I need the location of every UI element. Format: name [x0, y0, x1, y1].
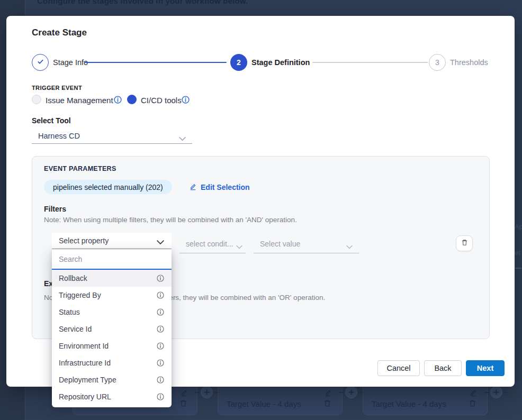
connector-dash	[484, 392, 489, 393]
menu-item-triggered-by[interactable]: Triggered By	[52, 287, 172, 304]
trash-icon	[468, 399, 477, 408]
info-icon[interactable]	[157, 393, 164, 400]
step-number: 2	[237, 58, 241, 67]
condition-select[interactable]: select condit...	[179, 236, 246, 253]
radio-issue-management-label[interactable]: Issue Management	[46, 96, 113, 105]
info-icon[interactable]	[157, 342, 164, 350]
info-icon[interactable]	[157, 325, 164, 333]
menu-item-repository-url[interactable]: Repository URL	[52, 388, 172, 405]
menu-item-rollback[interactable]: Rollback	[52, 270, 172, 287]
info-icon[interactable]	[157, 376, 164, 384]
trigger-event-label: TRIGGER EVENT	[32, 85, 82, 91]
step-stage-definition-label: Stage Definition	[251, 58, 310, 67]
plus-icon	[490, 386, 502, 398]
event-parameters-panel: EVENT PARAMETERS pipelines selected manu…	[32, 156, 490, 339]
value-select-placeholder: Select value	[260, 240, 300, 248]
radio-cicd-tools[interactable]	[127, 95, 137, 104]
connector-dash	[503, 392, 508, 393]
tool-select[interactable]: Harness CD	[32, 129, 192, 144]
menu-item-infrastructure-id[interactable]: Infrastructure Id	[52, 354, 172, 371]
event-parameters-heading: EVENT PARAMETERS	[44, 165, 116, 172]
menu-item-label: Environment Id	[59, 342, 109, 350]
stepper-connector-complete	[85, 62, 227, 63]
filters-heading: Filters	[44, 205, 66, 213]
menu-item-label: Infrastructure Id	[59, 359, 111, 367]
select-tool-label: Select Tool	[32, 116, 71, 125]
trash-icon	[179, 399, 188, 408]
trash-icon	[461, 239, 469, 249]
create-stage-modal: Create Stage Stage Info 2 Stage Definiti…	[6, 16, 515, 387]
info-icon[interactable]	[157, 291, 164, 299]
background-card-label: Target Value - 4 days	[227, 399, 301, 408]
edit-icon	[469, 388, 478, 397]
step-stage-info-label: Stage Info	[53, 58, 88, 67]
step-stage-definition-indicator[interactable]: 2	[230, 54, 247, 71]
background-text-fragment: et	[515, 249, 520, 257]
step-thresholds-label: Thresholds	[450, 58, 488, 67]
property-dropdown-menu: Rollback Triggered By Status Service Id …	[52, 249, 172, 407]
chevron-down-icon	[179, 134, 186, 143]
info-icon[interactable]	[182, 96, 190, 104]
connector-dash	[515, 268, 521, 269]
background-page-heading: Configure the stages involved in your wo…	[37, 0, 248, 5]
menu-item-deployment-type[interactable]: Deployment Type	[52, 371, 172, 388]
search-input[interactable]	[52, 255, 172, 263]
step-stage-info-indicator[interactable]	[32, 54, 49, 71]
menu-item-label: Rollback	[59, 274, 87, 282]
chevron-down-icon	[346, 242, 353, 251]
chevron-down-icon	[236, 242, 242, 251]
cancel-button[interactable]: Cancel	[377, 360, 420, 376]
menu-item-label: Triggered By	[59, 291, 101, 299]
modal-title: Create Stage	[32, 28, 87, 38]
menu-item-label: Service Id	[59, 325, 92, 333]
connector-dash	[339, 392, 344, 393]
tool-select-value: Harness CD	[38, 132, 80, 140]
connector-dash	[358, 392, 363, 393]
menu-item-label: Status	[59, 308, 80, 316]
info-icon[interactable]	[157, 308, 164, 316]
info-icon[interactable]	[114, 96, 122, 104]
back-button[interactable]: Back	[424, 360, 462, 376]
check-icon	[37, 58, 44, 67]
menu-item-status[interactable]: Status	[52, 304, 172, 321]
selection-badge: pipelines selected manually (202)	[44, 180, 172, 194]
info-icon[interactable]	[157, 359, 164, 367]
condition-select-placeholder: select condit...	[186, 240, 233, 248]
edit-selection-label: Edit Selection	[201, 183, 250, 191]
chevron-down-icon	[157, 238, 164, 247]
trash-icon	[323, 399, 332, 408]
menu-item-label: Deployment Type	[59, 376, 116, 384]
menu-item-environment-id[interactable]: Environment Id	[52, 337, 172, 354]
dropdown-search[interactable]	[52, 249, 172, 270]
connector-dash	[195, 392, 200, 393]
radio-cicd-tools-label[interactable]: CI/CD tools	[141, 96, 182, 105]
edit-icon	[324, 388, 332, 397]
property-select[interactable]: Select property	[52, 233, 172, 249]
menu-item-label: Repository URL	[59, 392, 111, 401]
background-text-fragment: Ap	[515, 223, 522, 231]
plus-icon	[345, 386, 357, 398]
next-button[interactable]: Next	[466, 360, 505, 376]
edit-icon	[189, 182, 197, 192]
edit-icon	[180, 388, 188, 397]
stepper-connector-upcoming	[312, 62, 428, 63]
filters-note: Note: When using multiple filters, they …	[44, 216, 297, 224]
edit-selection-link[interactable]: Edit Selection	[189, 182, 250, 192]
delete-filter-button[interactable]	[456, 235, 473, 251]
value-select[interactable]: Select value	[254, 236, 359, 253]
step-thresholds-indicator[interactable]: 3	[429, 54, 446, 71]
plus-icon	[201, 386, 213, 398]
connector-dash	[213, 392, 218, 393]
info-icon[interactable]	[157, 275, 164, 282]
step-number: 3	[435, 58, 439, 67]
radio-issue-management[interactable]	[32, 95, 41, 104]
property-select-placeholder: Select property	[59, 236, 109, 245]
menu-item-service-id[interactable]: Service Id	[52, 321, 172, 337]
background-card-label: Target Value - 4 days	[372, 399, 446, 408]
